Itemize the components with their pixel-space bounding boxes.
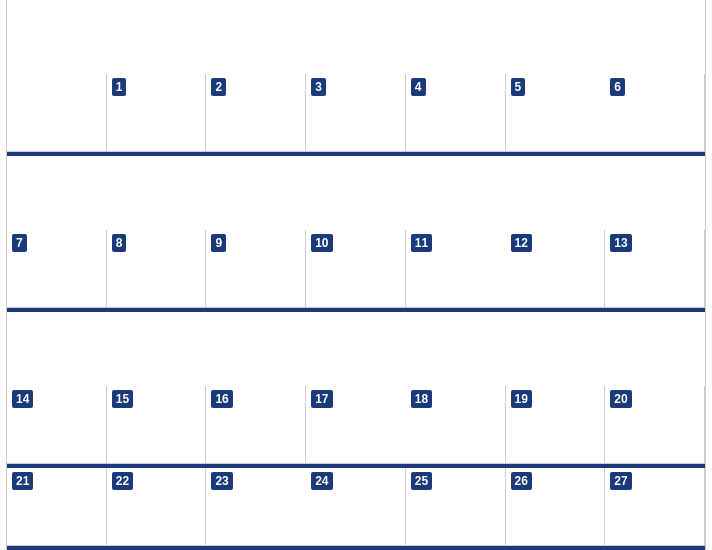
- date-number: 1: [112, 78, 127, 97]
- date-number: 6: [610, 78, 625, 97]
- calendar-cell: 10: [306, 230, 406, 308]
- date-number: 19: [511, 390, 532, 409]
- date-number: 4: [411, 78, 426, 97]
- date-number: 7: [12, 234, 27, 253]
- calendar-cell: 23: [206, 468, 306, 546]
- calendar-cell: 8: [107, 230, 207, 308]
- date-number: 14: [12, 390, 33, 409]
- calendar-cell: 16: [206, 386, 306, 464]
- date-number: 22: [112, 472, 133, 491]
- date-number: 27: [610, 472, 631, 491]
- date-number: 12: [511, 234, 532, 253]
- date-number: 24: [311, 472, 332, 491]
- calendar-cell: 11: [406, 230, 506, 308]
- calendar-cell: 20: [605, 386, 705, 464]
- calendar-cell: 7: [7, 230, 107, 308]
- calendar-cell: 6: [605, 74, 705, 152]
- calendar-cell: 21: [7, 468, 107, 546]
- calendar-cell: 2: [206, 74, 306, 152]
- date-number: 17: [311, 390, 332, 409]
- date-number: 15: [112, 390, 133, 409]
- calendar-cell: 27: [605, 468, 705, 546]
- calendar-cell: 4: [406, 74, 506, 152]
- calendar-cell: 14: [7, 386, 107, 464]
- calendar-grid: 1234567891011121314151617181920212223242…: [7, 0, 705, 550]
- calendar-cell: 22: [107, 468, 207, 546]
- date-number: 10: [311, 234, 332, 253]
- calendar-cell: 5: [506, 74, 606, 152]
- calendar-cell: 3: [306, 74, 406, 152]
- calendar-cell: 17: [306, 386, 406, 464]
- week-divider-1: [7, 152, 705, 156]
- calendar-cell: 24: [306, 468, 406, 546]
- date-number: 3: [311, 78, 326, 97]
- calendar-cell: 26: [506, 468, 606, 546]
- calendar-cell: 19: [506, 386, 606, 464]
- date-number: 20: [610, 390, 631, 409]
- date-number: 21: [12, 472, 33, 491]
- calendar-cell: [7, 74, 107, 152]
- date-number: 8: [112, 234, 127, 253]
- date-number: 9: [211, 234, 226, 253]
- calendar-cell: 15: [107, 386, 207, 464]
- calendar-cell: 13: [605, 230, 705, 308]
- calendar: General Blue September 2025 Germany Sund…: [6, 0, 706, 550]
- date-number: 13: [610, 234, 631, 253]
- calendar-cell: 1: [107, 74, 207, 152]
- calendar-cell: 9: [206, 230, 306, 308]
- date-number: 18: [411, 390, 432, 409]
- calendar-cell: 12: [506, 230, 606, 308]
- date-number: 16: [211, 390, 232, 409]
- date-number: 11: [411, 234, 432, 253]
- week-divider-2: [7, 308, 705, 312]
- date-number: 26: [511, 472, 532, 491]
- date-number: 23: [211, 472, 232, 491]
- calendar-cell: 25: [406, 468, 506, 546]
- date-number: 5: [511, 78, 526, 97]
- calendar-cell: 18: [406, 386, 506, 464]
- date-number: 25: [411, 472, 432, 491]
- date-number: 2: [211, 78, 226, 97]
